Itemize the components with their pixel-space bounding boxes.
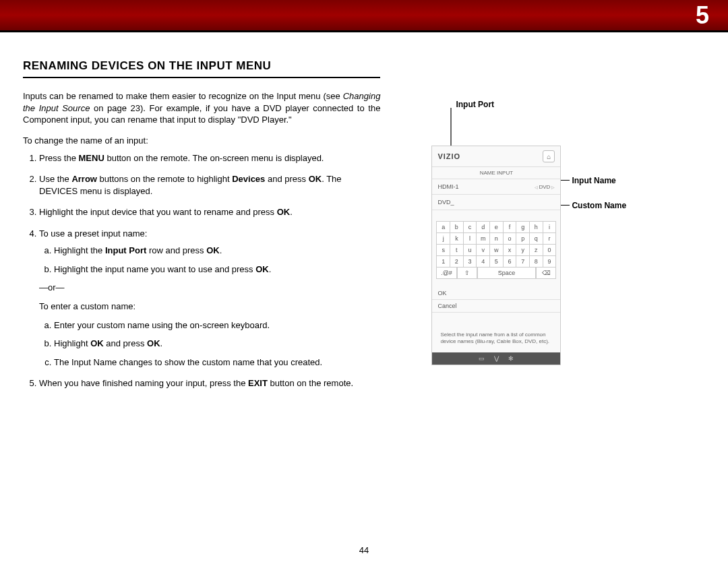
- custom-lead: To enter a custom name:: [39, 301, 380, 313]
- osd-title: NAME INPUT: [432, 167, 560, 179]
- key-5[interactable]: 5: [490, 256, 504, 268]
- key-space[interactable]: Space: [477, 268, 536, 279]
- key-z[interactable]: z: [529, 245, 543, 256]
- key-d[interactable]: d: [477, 222, 490, 233]
- custom-name-row[interactable]: DVD_: [432, 195, 560, 210]
- key-x[interactable]: x: [503, 245, 516, 256]
- key-i[interactable]: i: [543, 222, 556, 233]
- step-5: When you have finished naming your input…: [39, 377, 380, 389]
- key-b[interactable]: b: [450, 222, 464, 233]
- key-o[interactable]: o: [503, 233, 516, 245]
- osd-footer-bar: ▭ ⋁ ✻: [432, 352, 560, 365]
- step-3: Highlight the input device that you want…: [39, 206, 380, 218]
- key-0[interactable]: 0: [543, 245, 556, 256]
- key-a[interactable]: a: [437, 222, 450, 233]
- key-w[interactable]: w: [490, 245, 504, 256]
- ok-button[interactable]: OK: [432, 287, 560, 300]
- key-s[interactable]: s: [437, 245, 450, 256]
- key-6[interactable]: 6: [503, 256, 516, 268]
- down-icon[interactable]: ⋁: [494, 355, 499, 362]
- key-m[interactable]: m: [477, 233, 490, 245]
- or-divider: —or—: [39, 282, 380, 294]
- chapter-number: 5: [696, 1, 709, 30]
- section-heading: RENAMING DEVICES ON THE INPUT MENU: [23, 59, 380, 78]
- key-c[interactable]: c: [463, 222, 477, 233]
- key-j[interactable]: j: [437, 233, 450, 245]
- key-delete[interactable]: ⌫: [536, 268, 556, 279]
- onscreen-keyboard: abcdefghijklmnopqrstuvwxyz0123456789 .@#…: [432, 210, 560, 283]
- step-custom-c: The Input Name changes to show the custo…: [54, 356, 380, 369]
- key-v[interactable]: v: [477, 245, 490, 256]
- step-4b: Highlight the input name you want to use…: [54, 263, 380, 276]
- osd-panel: VIZIO ⌂ NAME INPUT HDMI-1 ◁ DVD ▷ DVD_ a…: [431, 146, 561, 365]
- port-value: DVD: [539, 184, 551, 190]
- home-icon[interactable]: ⌂: [543, 150, 555, 162]
- callout-custom-name: Custom Name: [572, 201, 626, 210]
- step-2: Use the Arrow buttons on the remote to h…: [39, 173, 380, 197]
- left-arrow-icon[interactable]: ◁: [535, 185, 538, 189]
- step-4a: Highlight the Input Port row and press O…: [54, 245, 380, 257]
- key-q[interactable]: q: [529, 233, 543, 245]
- chapter-banner: 5: [0, 0, 728, 32]
- brand-logo: VIZIO: [437, 152, 460, 160]
- help-text: Select the input name from a list of com…: [432, 317, 560, 352]
- key-n[interactable]: n: [490, 233, 504, 245]
- cancel-button[interactable]: Cancel: [432, 300, 560, 313]
- diagram-column: Input Port Input Name Custom Name VIZIO …: [406, 59, 705, 399]
- intro-paragraph: Inputs can be renamed to make them easie…: [23, 90, 380, 126]
- key-h[interactable]: h: [529, 222, 543, 233]
- callout-input-name: Input Name: [572, 176, 615, 185]
- wide-icon[interactable]: ▭: [479, 355, 485, 362]
- key-7[interactable]: 7: [516, 256, 530, 268]
- key-f[interactable]: f: [503, 222, 516, 233]
- step-custom-b: Highlight OK and press OK.: [54, 338, 380, 350]
- key-g[interactable]: g: [516, 222, 530, 233]
- key-u[interactable]: u: [463, 245, 477, 256]
- custom-value: DVD_: [437, 199, 454, 206]
- callout-input-port: Input Port: [456, 100, 494, 109]
- key-l[interactable]: l: [463, 233, 477, 245]
- key-1[interactable]: 1: [437, 256, 450, 268]
- key-9[interactable]: 9: [543, 256, 556, 268]
- page-number: 44: [0, 545, 728, 555]
- key-symbols[interactable]: .@#: [436, 268, 456, 279]
- key-r[interactable]: r: [543, 233, 556, 245]
- step-1: Press the MENU button on the remote. The…: [39, 152, 380, 164]
- settings-icon[interactable]: ✻: [508, 355, 514, 362]
- key-y[interactable]: y: [516, 245, 530, 256]
- port-label: HDMI-1: [437, 183, 458, 190]
- right-arrow-icon[interactable]: ▷: [551, 185, 555, 189]
- key-k[interactable]: k: [450, 233, 464, 245]
- step-4: To use a preset input name: Highlight th…: [39, 228, 380, 368]
- key-2[interactable]: 2: [450, 256, 464, 268]
- lead-line: To change the name of an input:: [23, 135, 380, 146]
- key-3[interactable]: 3: [463, 256, 477, 268]
- key-e[interactable]: e: [490, 222, 504, 233]
- key-4[interactable]: 4: [477, 256, 490, 268]
- key-p[interactable]: p: [516, 233, 530, 245]
- instruction-column: RENAMING DEVICES ON THE INPUT MENU Input…: [23, 59, 380, 399]
- key-8[interactable]: 8: [529, 256, 543, 268]
- input-port-row[interactable]: HDMI-1 ◁ DVD ▷: [432, 179, 560, 195]
- key-shift[interactable]: ⇧: [457, 268, 477, 279]
- step-custom-a: Enter your custom name using the on-scre…: [54, 319, 380, 332]
- key-t[interactable]: t: [450, 245, 464, 256]
